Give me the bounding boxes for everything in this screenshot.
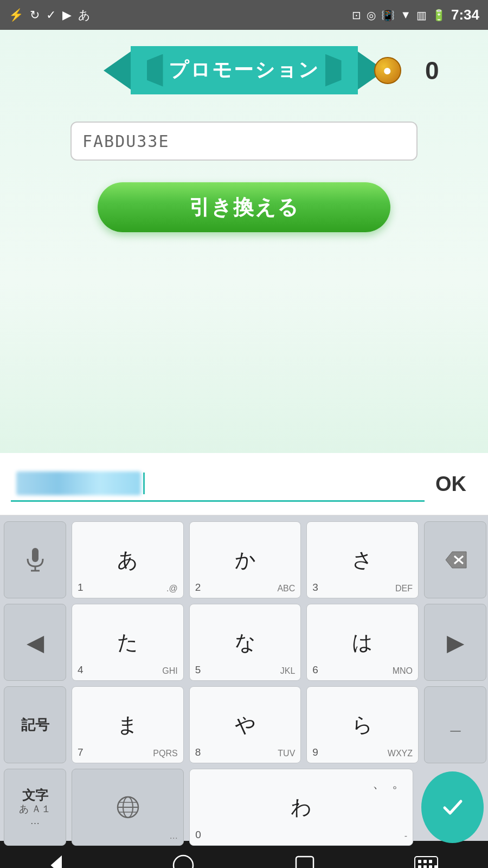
nav-keyboard-button[interactable] <box>414 856 439 868</box>
delete-key[interactable] <box>424 521 486 598</box>
keyboard-row-4: 文字 あ Ａ１ … … わ 0 、 。 - <box>2 767 488 847</box>
key-ya[interactable]: や 8 TUV <box>189 686 301 763</box>
nav-recents-icon <box>294 854 316 868</box>
confirm-key[interactable] <box>421 771 484 843</box>
vibrate-icon: 📳 <box>381 9 395 22</box>
key-a-main: あ <box>117 546 138 574</box>
key-ta-sub: GHI <box>162 666 177 676</box>
app-content: プロモーション ● 0 引き換える <box>0 30 488 453</box>
back-key[interactable]: ◀ <box>4 604 66 681</box>
globe-key[interactable]: … <box>72 769 184 846</box>
key-ha[interactable]: は 6 MNO <box>306 604 419 681</box>
key-sa-main: さ <box>352 546 373 574</box>
svg-rect-14 <box>418 860 421 863</box>
moji-key-sub: あ Ａ１ <box>19 803 51 815</box>
svg-rect-12 <box>296 857 313 868</box>
status-time: 7:34 <box>451 7 479 23</box>
key-wa-period: 。 <box>392 775 405 792</box>
keyboard-row-2: ◀ た 4 GHI な 5 JKL は 6 MNO ▶ <box>2 602 488 682</box>
key-ta-num: 4 <box>78 664 84 676</box>
nav-back-icon <box>49 853 73 868</box>
rotate-icon: ↻ <box>30 8 40 22</box>
key-wa[interactable]: わ 0 、 。 - <box>189 769 413 846</box>
moji-key[interactable]: 文字 あ Ａ１ … <box>4 769 66 846</box>
blurred-input-content <box>16 471 141 495</box>
key-ha-main: は <box>352 629 373 656</box>
key-ma[interactable]: ま 7 PQRS <box>72 686 184 763</box>
ok-button[interactable]: OK <box>425 473 477 496</box>
key-ka-num: 2 <box>195 582 201 593</box>
key-na-sub: JKL <box>280 666 296 676</box>
promo-code-input[interactable] <box>70 122 418 161</box>
signal-icon: ▥ <box>416 9 427 22</box>
key-ka-main: か <box>235 546 256 574</box>
key-ka[interactable]: か 2 ABC <box>189 521 301 598</box>
key-a-num: 1 <box>78 582 84 593</box>
key-wa-mid: 、 <box>373 775 386 792</box>
key-ya-num: 8 <box>195 746 201 758</box>
svg-rect-18 <box>418 865 421 868</box>
key-ta[interactable]: た 4 GHI <box>72 604 184 681</box>
svg-rect-0 <box>32 548 38 562</box>
globe-icon <box>116 795 140 819</box>
key-ma-num: 7 <box>78 746 84 758</box>
usb-icon: ⚡ <box>9 8 23 22</box>
cast-icon: ⊡ <box>352 9 361 22</box>
globe-key-dots: … <box>169 831 178 841</box>
key-ra-sub: WXYZ <box>388 749 413 758</box>
svg-marker-10 <box>52 857 61 868</box>
status-bar: ⚡ ↻ ✓ ▶ あ ⊡ ◎ 📳 ▼ ▥ 🔋 7:34 <box>0 0 488 30</box>
key-ra-main: ら <box>352 711 373 739</box>
svg-point-11 <box>174 856 193 868</box>
nav-home-icon <box>171 853 195 868</box>
symbol-key[interactable]: 記号 <box>4 686 66 763</box>
check-icon: ✓ <box>46 8 56 22</box>
banner-text: プロモーション <box>131 46 358 94</box>
status-icons-right: ⊡ ◎ 📳 ▼ ▥ 🔋 7:34 <box>352 7 479 23</box>
svg-rect-21 <box>434 865 438 868</box>
key-ma-sub: PQRS <box>153 749 177 758</box>
text-cursor <box>143 473 145 494</box>
mic-icon <box>24 547 46 573</box>
nav-recents-button[interactable] <box>294 854 316 868</box>
svg-rect-19 <box>423 865 427 868</box>
key-ya-sub: TUV <box>278 749 295 758</box>
key-ra[interactable]: ら 9 WXYZ <box>306 686 419 763</box>
keyboard-row-3: 記号 ま 7 PQRS や 8 TUV ら 9 WXYZ ＿ <box>2 685 488 765</box>
svg-rect-20 <box>429 865 432 868</box>
promo-banner: プロモーション ● 0 <box>104 46 385 94</box>
play-icon: ▶ <box>62 8 72 22</box>
nav-keyboard-icon <box>414 856 439 868</box>
confirm-icon <box>440 795 465 820</box>
moji-key-dots: … <box>30 815 40 827</box>
svg-rect-16 <box>429 860 432 863</box>
key-ma-main: ま <box>117 711 138 739</box>
key-ha-sub: MNO <box>393 666 413 676</box>
key-na-num: 5 <box>195 664 201 676</box>
key-wa-main: わ <box>291 794 312 821</box>
forward-key[interactable]: ▶ <box>424 604 486 681</box>
key-ya-main: や <box>235 711 256 739</box>
coin-icon: ● <box>374 57 401 84</box>
keyboard-row-1: あ 1 .@ か 2 ABC さ 3 DEF <box>2 520 488 600</box>
key-wa-num: 0 <box>195 829 201 841</box>
status-icons-left: ⚡ ↻ ✓ ▶ あ <box>9 7 91 23</box>
redeem-button[interactable]: 引き換える <box>98 182 390 232</box>
wifi-icon: ▼ <box>400 9 411 21</box>
keyboard: あ 1 .@ か 2 ABC さ 3 DEF ◀ <box>0 515 488 841</box>
key-sa[interactable]: さ 3 DEF <box>306 521 419 598</box>
key-ta-main: た <box>117 629 138 656</box>
nav-back-button[interactable] <box>49 853 73 868</box>
key-wa-sub: - <box>404 831 407 841</box>
ime-icon: あ <box>78 7 91 23</box>
key-sa-sub: DEF <box>395 584 413 593</box>
key-ka-sub: ABC <box>277 584 295 593</box>
battery-icon: 🔋 <box>432 9 446 22</box>
mic-key[interactable] <box>4 521 66 598</box>
key-a[interactable]: あ 1 .@ <box>72 521 184 598</box>
key-ha-num: 6 <box>312 664 318 676</box>
nav-home-button[interactable] <box>171 853 195 868</box>
key-na[interactable]: な 5 JKL <box>189 604 301 681</box>
space-key[interactable]: ＿ <box>424 686 486 763</box>
location-icon: ◎ <box>367 9 376 22</box>
